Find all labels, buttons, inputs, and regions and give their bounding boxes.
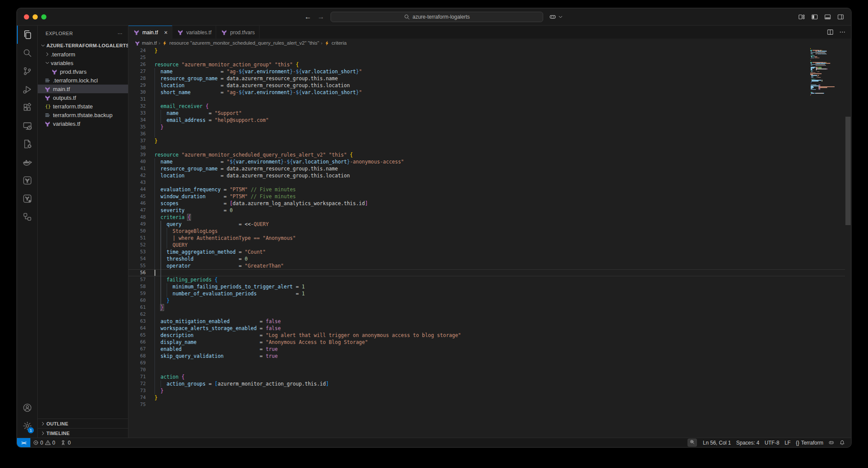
editor-scrollbar[interactable] — [845, 47, 851, 438]
notifications-button[interactable] — [837, 440, 848, 445]
code-line-36[interactable]: 36 — [128, 131, 845, 137]
code-line-26[interactable]: 26resource "azurerm_monitor_action_group… — [128, 61, 845, 68]
panel-left-button[interactable] — [811, 13, 818, 20]
problems-indicator[interactable]: 0 0 — [30, 438, 58, 447]
cursor-position-indicator[interactable]: Ln 56, Col 1 — [700, 440, 734, 446]
close-window-button[interactable] — [24, 14, 29, 20]
code-line-58[interactable]: 58 minimum_failing_periods_to_trigger_al… — [128, 283, 845, 290]
tree-file-variables.tf[interactable]: variables.tf — [38, 119, 128, 128]
tab-variables.tf[interactable]: variables.tf — [172, 26, 216, 39]
code-line-52[interactable]: 52 QUERY — [128, 242, 845, 249]
code-line-57[interactable]: 57 failing_periods { — [128, 276, 845, 283]
code-line-60[interactable]: 60 } — [128, 297, 845, 304]
code-line-65[interactable]: 65 description = "Log alert that will tr… — [128, 332, 845, 339]
code-line-59[interactable]: 59 number_of_evaluation_periods = 1 — [128, 290, 845, 297]
code-line-39[interactable]: 39resource "azurerm_monitor_scheduled_qu… — [128, 151, 845, 158]
activity-item-source-control[interactable] — [17, 62, 37, 80]
breadcrumb-item[interactable]: criteria — [324, 40, 347, 46]
activity-item-search[interactable] — [17, 44, 37, 62]
code-line-67[interactable]: 67 enabled = true — [128, 346, 845, 353]
minimize-window-button[interactable] — [33, 14, 38, 20]
tree-file-terraform.tfstate.backup[interactable]: terraform.tfstate.backup — [38, 111, 128, 119]
sidebar-section-timeline[interactable]: TIMELINE — [38, 428, 128, 438]
tree-file-terraform.tfstate[interactable]: {}terraform.tfstate — [38, 102, 128, 111]
remote-indicator[interactable]: >< — [17, 438, 30, 447]
minimap[interactable] — [810, 48, 845, 105]
code-line-30[interactable]: 30 short_name = "ag-${var.environment}-$… — [128, 89, 845, 96]
code-line-38[interactable]: 38 — [128, 144, 845, 151]
code-line-44[interactable]: 44 evaluation_frequency = "PT5M" // Five… — [128, 186, 845, 193]
code-line-49[interactable]: 49 query = <<-QUERY — [128, 221, 845, 228]
tree-folder-variables[interactable]: variables — [38, 59, 128, 67]
activity-item-docker[interactable] — [17, 153, 37, 171]
zoom-status-button[interactable] — [687, 439, 697, 447]
activity-item-file-settings[interactable] — [17, 135, 37, 153]
close-tab-icon[interactable]: × — [164, 29, 168, 36]
breadcrumb-item[interactable]: main.tf — [135, 40, 157, 46]
code-line-54[interactable]: 54 threshold = 0 — [128, 255, 845, 262]
tree-file-main.tf[interactable]: main.tf — [38, 85, 128, 93]
code-line-45[interactable]: 45 window_duration = "PT5M" // Five minu… — [128, 193, 845, 200]
tree-folder-.terraform[interactable]: .terraform — [38, 50, 128, 59]
copilot-status-button[interactable] — [826, 440, 837, 445]
copilot-button[interactable] — [549, 13, 564, 20]
sidebar-section-outline[interactable]: OUTLINE — [38, 419, 128, 428]
code-line-34[interactable]: 34 email_address = "help@support.com" — [128, 117, 845, 124]
code-line-46[interactable]: 46 scopes = [data.azurerm_log_analytics_… — [128, 200, 845, 207]
activity-item-explorer[interactable] — [17, 26, 37, 44]
panel-bottom-button[interactable] — [824, 13, 831, 20]
tree-root-folder[interactable]: AZURE-TERRAFORM-LOGALERTS — [38, 41, 128, 50]
activity-item-infrastructure-graph[interactable] — [17, 208, 37, 226]
maximize-window-button[interactable] — [41, 14, 46, 20]
editor-more-actions-button[interactable] — [839, 29, 846, 36]
tab-main.tf[interactable]: main.tf× — [128, 26, 172, 39]
tab-prod.tfvars[interactable]: prod.tfvars — [216, 26, 260, 39]
indentation-indicator[interactable]: Spaces: 4 — [733, 440, 762, 446]
navigate-back-button[interactable]: ← — [305, 13, 312, 21]
code-line-28[interactable]: 28 resource_group_name = data.azurerm_re… — [128, 75, 845, 82]
code-line-74[interactable]: 74} — [128, 394, 845, 401]
code-line-32[interactable]: 32 email_receiver { — [128, 103, 845, 110]
eol-indicator[interactable]: LF — [782, 440, 793, 446]
activity-item-run-debug[interactable] — [17, 80, 37, 98]
code-line-25[interactable]: 25 — [128, 54, 845, 61]
code-line-55[interactable]: 55 operator = "GreaterThan" — [128, 262, 845, 269]
ports-indicator[interactable]: 0 — [58, 438, 73, 447]
activity-item-extensions[interactable] — [17, 98, 37, 117]
activity-item-terraform-cloud[interactable] — [17, 190, 37, 208]
breadcrumb-item[interactable]: resource "azurerm_monitor_scheduled_quer… — [162, 40, 319, 46]
code-line-63[interactable]: 63 auto_mitigation_enabled = false — [128, 318, 845, 325]
language-indicator[interactable]: {} Terraform — [793, 440, 826, 446]
activity-item-remote-explorer[interactable] — [17, 117, 37, 135]
code-line-31[interactable]: 31 — [128, 96, 845, 103]
code-line-40[interactable]: 40 name = "${var.environment}-${var.loca… — [128, 158, 845, 165]
code-line-66[interactable]: 66 display_name = "Anonymous Access to B… — [128, 339, 845, 346]
code-line-53[interactable]: 53 time_aggregation_method = "Count" — [128, 249, 845, 255]
code-line-72[interactable]: 72 action_groups = [azurerm_monitor_acti… — [128, 380, 845, 387]
code-line-48[interactable]: 48 criteria { — [128, 214, 845, 221]
code-line-75[interactable]: 75 — [128, 401, 845, 408]
code-line-64[interactable]: 64 workspace_alerts_storage_enabled = fa… — [128, 325, 845, 332]
code-line-73[interactable]: 73 } — [128, 387, 845, 394]
code-line-56[interactable]: 56 — [128, 269, 845, 276]
code-line-43[interactable]: 43 — [128, 179, 845, 186]
code-line-41[interactable]: 41 resource_group_name = data.azurerm_re… — [128, 165, 845, 172]
code-line-61[interactable]: 61 } — [128, 304, 845, 311]
code-line-29[interactable]: 29 location = data.azurerm_resource_grou… — [128, 82, 845, 89]
split-editor-button[interactable] — [827, 29, 834, 36]
code-line-68[interactable]: 68 skip_query_validation = true — [128, 353, 845, 360]
navigate-forward-button[interactable]: → — [318, 13, 325, 21]
command-center-search[interactable]: azure-terraform-logalerts — [331, 12, 543, 22]
explorer-more-actions-button[interactable]: ⋯ — [118, 31, 123, 36]
code-line-71[interactable]: 71 action { — [128, 373, 845, 380]
code-line-47[interactable]: 47 severity = 0 — [128, 207, 845, 214]
code-line-51[interactable]: 51 | where AuthenticationType == "Anonym… — [128, 235, 845, 242]
tree-file-outputs.tf[interactable]: outputs.tf — [38, 93, 128, 102]
code-line-42[interactable]: 42 location = data.azurerm_resource_grou… — [128, 172, 845, 179]
code-editor[interactable]: 24}2526resource "azurerm_monitor_action_… — [128, 47, 851, 438]
code-line-27[interactable]: 27 name = "ag-${var.environment}-${var.l… — [128, 68, 845, 75]
layout-customize-button[interactable] — [798, 13, 805, 20]
tree-file-.terraform.lock.hcl[interactable]: .terraform.lock.hcl — [38, 76, 128, 85]
code-line-24[interactable]: 24} — [128, 47, 845, 54]
code-line-37[interactable]: 37} — [128, 137, 845, 144]
